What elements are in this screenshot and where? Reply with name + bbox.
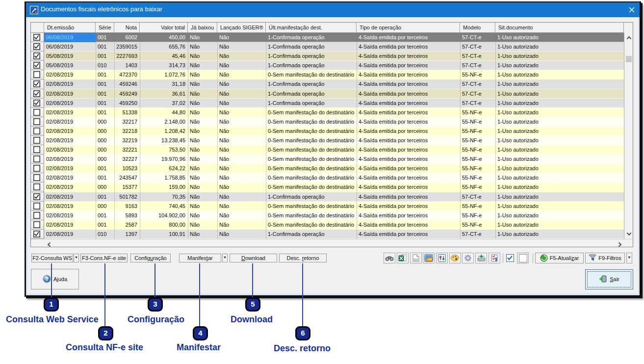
svg-text:?: ?: [45, 276, 49, 282]
